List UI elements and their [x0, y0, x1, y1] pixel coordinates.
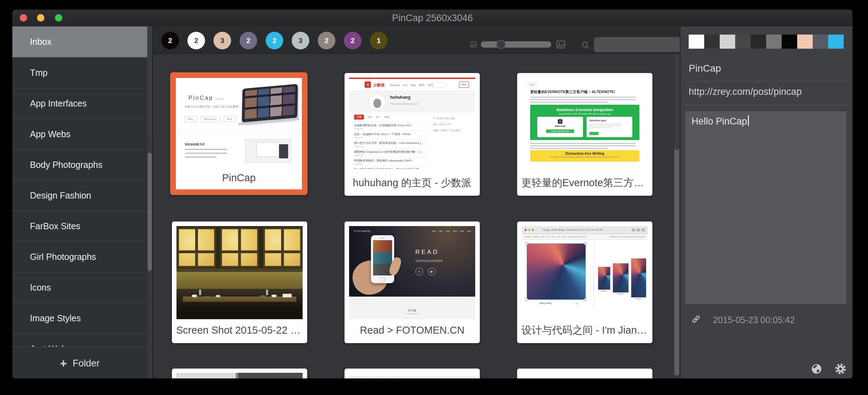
- screen-photo: [373, 240, 392, 252]
- sspai-header: π 少数派 Android iOS Mac 硬件 社区 登录: [349, 79, 475, 91]
- sidebar-item-app-interfaces[interactable]: App Interfaces: [12, 88, 147, 119]
- text-caret: [748, 115, 749, 126]
- card-screenshot-photo[interactable]: Screen Shot 2015-05-22 at 1.0...: [172, 221, 307, 343]
- search-input[interactable]: [594, 37, 681, 52]
- read-subtitle: 给你带来全新的阅读体验: [415, 259, 442, 263]
- palette-swatch: [689, 35, 704, 49]
- link-icon: [691, 314, 701, 324]
- evernote-login-button: Log in with Evernote: [546, 129, 574, 133]
- phone-home-button: [380, 277, 385, 282]
- text-line: [589, 124, 621, 124]
- card-partial-3[interactable]: [517, 369, 652, 378]
- thumbnail-preview: [176, 373, 303, 378]
- alternote-name: Alternote: [537, 125, 583, 127]
- color-filter-violet[interactable]: 2: [344, 32, 361, 49]
- appstore-icon: A: [415, 268, 423, 275]
- note-textarea[interactable]: Hello PinCap: [685, 111, 847, 304]
- thumbnail-size-large-icon: [556, 39, 566, 50]
- card-xcode-lowpoly[interactable]: MyApp | Build MyApp: Succeeded | 2014-11…: [517, 221, 652, 343]
- macbook-illustration: [242, 84, 298, 123]
- mini-windows-button: Windows: [200, 116, 220, 122]
- palette-swatch: [720, 35, 735, 49]
- text-line: [185, 153, 227, 154]
- color-filter-taupe[interactable]: 2: [318, 32, 335, 49]
- card-pincap[interactable]: PinCap v1.0.0 收集办公灵感的来源，好的工具才如此重要。 Mac W…: [170, 72, 308, 195]
- text-line: [530, 143, 636, 144]
- color-filter-light-gray[interactable]: 3: [292, 32, 309, 49]
- thumbnail-preview: MyApp | Build MyApp: Succeeded | 2014-11…: [522, 226, 648, 319]
- article-item: 想让照片与众不同，那得来点特效：Lens Distortions [限免]: [354, 139, 428, 148]
- titlebar[interactable]: PinCap 2560x3046: [12, 10, 852, 27]
- palette-swatch: [751, 35, 766, 49]
- sidebar-divider: [152, 26, 153, 378]
- xcode-status: MyApp | Build MyApp: Succeeded | 2014-11…: [543, 229, 602, 231]
- browser-tabs: [360, 378, 414, 378]
- stat-line: 269 人关注了 Ta: [433, 123, 472, 126]
- search-icon: [581, 41, 590, 50]
- minimize-button[interactable]: [37, 14, 44, 22]
- profile-name: huhuhang: [390, 95, 410, 100]
- sidebar-item-inbox[interactable]: Inbox: [12, 26, 147, 57]
- text-line: [530, 148, 608, 149]
- alternote-login-card: A Alternote Log in with Evernote: [537, 117, 583, 137]
- zoom-button[interactable]: [55, 14, 62, 22]
- add-folder-button[interactable]: + Folder: [12, 347, 147, 378]
- mini-site-title: PinCap v1.0.0: [188, 95, 224, 101]
- evernote-banner: Seamless Evernote Integration Just autho…: [530, 105, 639, 140]
- sidebar-item-body-photographs[interactable]: Body Photographs: [12, 149, 147, 180]
- sidebar-item-image-styles[interactable]: Image Styles: [12, 303, 147, 333]
- open-in-browser-button[interactable]: [810, 363, 823, 375]
- traffic-lights-mini: [352, 378, 359, 378]
- banner-title: Seamless Evernote Integration: [530, 108, 639, 112]
- sidebar-item-tmp[interactable]: Tmp: [12, 57, 147, 88]
- windows: [176, 226, 303, 268]
- card-partial-2[interactable]: [345, 369, 480, 378]
- article-item: 从此，玩滤镜不只有 VSCO 一个选择：Prime: [354, 130, 428, 139]
- sidebar-item-icons[interactable]: Icons: [12, 272, 147, 303]
- settings-gear-button[interactable]: [834, 363, 847, 375]
- sidebar-item-design-fashion[interactable]: Design Fashion: [12, 180, 147, 211]
- color-filter-black[interactable]: 2: [161, 32, 179, 49]
- avatar-sketch: [373, 99, 381, 108]
- card-read-fotomen[interactable]: FOTOMEN READ 给你带来全新的阅读体验: [345, 221, 480, 343]
- color-filter-olive[interactable]: 1: [370, 32, 388, 49]
- xcode-canvas: wAny hAny ＋: [522, 240, 648, 308]
- color-filter-white[interactable]: 2: [187, 32, 205, 49]
- dish: [204, 296, 211, 298]
- sidebar-scrollbar-track: [147, 26, 152, 136]
- color-filter-cyan[interactable]: 2: [266, 32, 283, 49]
- thumbnail-preview: PinCap v1.0.0 收集办公灵感的来源，好的工具才如此重要。 Mac W…: [179, 81, 299, 168]
- folder-list: Inbox Tmp App Interfaces App Webs Body P…: [12, 26, 147, 347]
- item-title: PinCap: [689, 63, 721, 74]
- screen-photo: [373, 252, 392, 264]
- card-huhuhang[interactable]: π 少数派 Android iOS Mac 硬件 社区 登录 huhuhang …: [345, 73, 480, 196]
- sidebar-scrollbar-thumb[interactable]: [148, 153, 152, 271]
- color-filter-purple-gray[interactable]: 2: [240, 32, 257, 49]
- card-caption: 更轻量的Evernote第三方客户端 – …: [521, 175, 648, 190]
- sidebar-item-app-webs[interactable]: App Webs: [12, 119, 147, 149]
- back-pill: Back: [526, 82, 538, 87]
- mini-site-version: v1.0.0: [216, 97, 224, 101]
- alternote-logo: A: [558, 119, 563, 124]
- grid-scrollbar-thumb[interactable]: [674, 54, 679, 150]
- sidebar-item-just-webs[interactable]: Just Webs: [12, 333, 147, 347]
- palette-swatch: [782, 35, 797, 49]
- close-button[interactable]: [20, 14, 27, 22]
- sspai-profile-banner: huhuhang http://www.huhuhang.com: [349, 91, 475, 113]
- card-alternote[interactable]: Back 更轻量的EVERNOTE第三方客户端 – ALTERNOTE! Sea…: [517, 73, 652, 196]
- article-item: 复古相机与图片社交的完美结合，我的主力摄影应用：Oggi by Hipstama…: [354, 166, 428, 169]
- thumbnail-preview: [522, 373, 648, 378]
- item-url-link[interactable]: http://zrey.com/post/pincap: [689, 86, 802, 97]
- slider-knob[interactable]: [496, 40, 506, 49]
- card-partial-1[interactable]: [172, 369, 307, 378]
- sync-title: Selective sync: [589, 119, 606, 122]
- color-filter-tan[interactable]: 3: [213, 32, 231, 49]
- banner-title: Distraction-free Writing: [530, 152, 639, 156]
- thumbnail-size-slider[interactable]: [481, 41, 551, 48]
- preview-label: [635, 298, 641, 299]
- palette-swatch: [813, 35, 828, 49]
- sidebar-item-girl-photographs[interactable]: Girl Photographs: [12, 241, 147, 272]
- divider: [685, 81, 848, 82]
- sidebar-item-farbox-sites[interactable]: FarBox Sites: [12, 211, 147, 241]
- mini-buy-button: Buy: [224, 116, 236, 122]
